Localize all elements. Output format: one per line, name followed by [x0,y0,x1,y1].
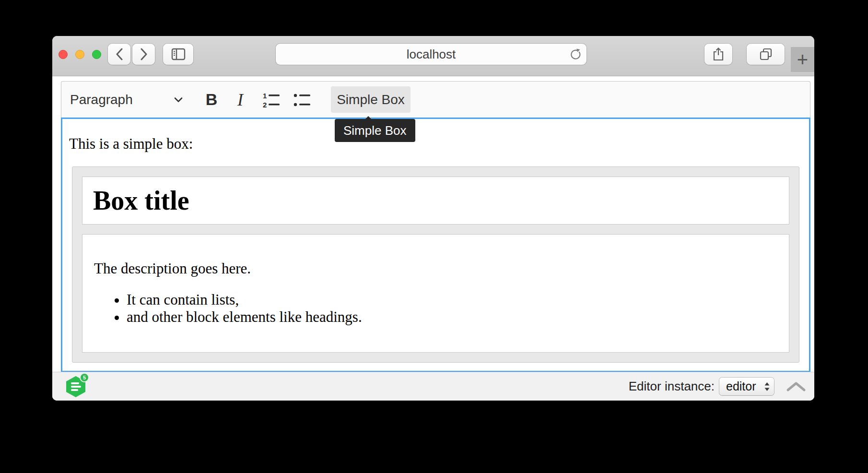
simple-box-button[interactable]: Simple Box [331,86,411,113]
ckeditor-inspector-logo-icon[interactable]: 5 [65,375,87,398]
minimize-window-button[interactable] [75,50,84,59]
plus-icon: + [797,50,808,69]
description-paragraph[interactable]: The description goes here. [94,260,777,278]
italic-button[interactable]: I [227,86,254,113]
share-button[interactable] [704,44,732,65]
zoom-window-button[interactable] [92,50,101,59]
editor-instance-label: Editor instance: [629,379,715,394]
list-item[interactable]: It can contain lists, [127,291,777,308]
sidebar-toggle-button[interactable] [163,44,193,65]
browser-window: localhost [52,36,814,401]
inspector-bar-right: Editor instance: editor [629,378,807,395]
close-window-button[interactable] [59,50,68,59]
back-button[interactable] [108,44,130,65]
numbered-list-button[interactable]: 1 2 [258,86,284,113]
badge-count: 5 [83,375,86,380]
forward-button[interactable] [132,44,155,65]
svg-text:2: 2 [263,101,267,108]
sidebar-icon [171,48,186,60]
simple-box-widget[interactable]: Box title The description goes here. It … [72,166,799,363]
editor-instance-select[interactable]: editor [719,378,774,395]
intro-paragraph[interactable]: This is a simple box: [69,135,802,153]
url-text: localhost [407,47,456,62]
numbered-list-icon: 1 2 [261,92,281,108]
browser-viewport: Paragraph B I 1 2 [52,77,814,401]
new-tab-button[interactable]: + [791,47,814,72]
tooltip-text: Simple Box [343,123,407,138]
tabs-icon [759,47,773,61]
address-bar[interactable]: localhost [276,44,586,65]
chevron-down-icon [174,96,183,103]
bold-button[interactable]: B [198,86,225,113]
chevron-up-icon [786,381,807,392]
description-list: It can contain lists, and other block el… [94,291,777,326]
editor-instance-value: editor [726,379,756,393]
editor-editable-area[interactable]: This is a simple box: Box title The desc… [61,118,810,372]
simple-box-button-label: Simple Box [337,92,405,107]
select-arrows-icon [763,381,771,392]
tooltip: Simple Box [335,119,415,142]
ckeditor: Paragraph B I 1 2 [61,81,810,372]
bold-icon: B [206,90,218,109]
inspector-bar: 5 Editor instance: editor [52,372,814,401]
heading-dropdown[interactable]: Paragraph [66,86,187,113]
browser-titlebar: localhost [52,36,814,76]
bulleted-list-icon [292,92,311,108]
chevron-left-icon [116,48,123,60]
reload-icon[interactable] [569,48,582,60]
chevron-right-icon [140,48,148,60]
bulleted-list-button[interactable] [288,86,315,113]
inspector-badge: 5 [80,373,89,382]
simple-box-title[interactable]: Box title [82,177,789,225]
show-all-tabs-button[interactable] [747,44,785,65]
simple-box-description[interactable]: The description goes here. It can contai… [82,234,789,353]
heading-dropdown-value: Paragraph [70,92,133,107]
svg-text:1: 1 [263,92,267,100]
italic-icon: I [237,90,243,110]
list-item[interactable]: and other block elements like headings. [127,308,777,326]
editor-toolbar: Paragraph B I 1 2 [61,81,810,118]
expand-inspector-button[interactable] [786,381,807,392]
share-icon [712,47,725,61]
